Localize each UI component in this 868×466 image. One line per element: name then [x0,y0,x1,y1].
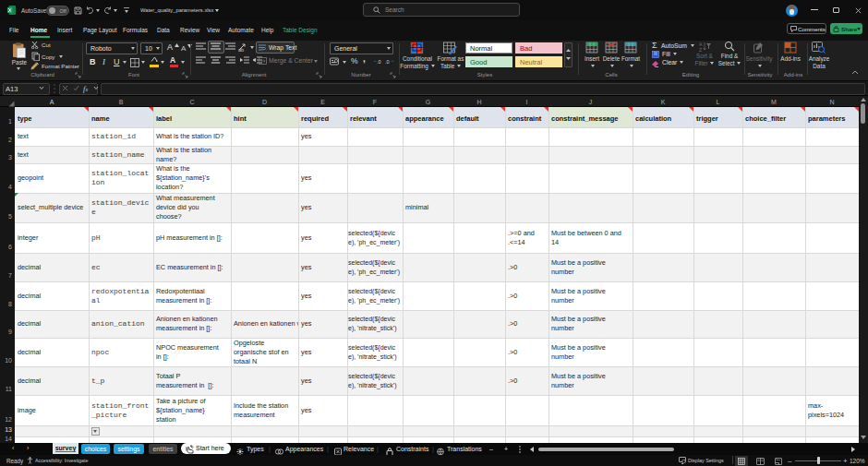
svg-text:ab: ab [238,47,244,53]
svg-text:Z: Z [699,47,702,53]
svg-text:.0: .0 [377,59,381,65]
svg-text:.0: .0 [385,59,390,65]
svg-text:→: → [390,57,395,63]
